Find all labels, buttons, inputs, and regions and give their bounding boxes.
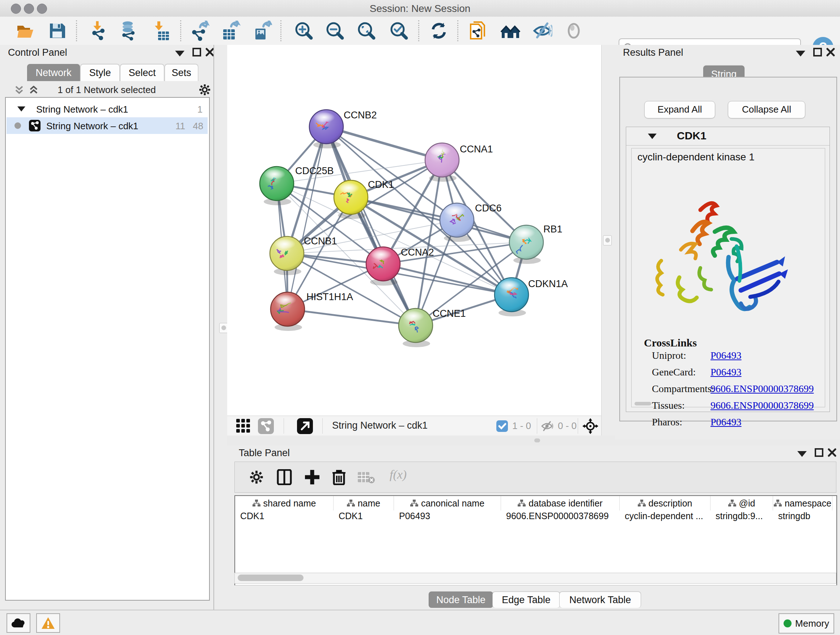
horizontal-splitter-handle[interactable] — [534, 439, 540, 442]
column-header-database-identifier[interactable]: database identifier — [501, 496, 620, 510]
column-header-namespace[interactable]: namespace — [773, 496, 832, 510]
open-session-icon[interactable] — [15, 21, 35, 41]
memory-button[interactable]: Memory — [778, 613, 834, 633]
float-panel-icon[interactable] — [797, 451, 807, 457]
gear-icon[interactable] — [249, 470, 264, 485]
expand-all-button[interactable]: Expand All — [644, 101, 715, 119]
node-RB1[interactable]: RB1 — [509, 224, 562, 264]
left-splitter[interactable] — [213, 45, 228, 610]
node-label-CDKN1A: CDKN1A — [528, 279, 568, 289]
maximize-panel-icon[interactable] — [815, 448, 823, 457]
delete-icon[interactable] — [332, 469, 346, 485]
toolbar-separator — [322, 418, 323, 434]
table-cell[interactable]: CDK1 — [235, 511, 333, 523]
close-panel-icon[interactable] — [828, 448, 836, 457]
hidden-eye-icon — [541, 420, 554, 432]
zoom-fit-content-icon[interactable] — [356, 21, 377, 41]
left-splitter-handle[interactable] — [219, 323, 228, 333]
network-canvas[interactable]: CCNB2CCNA1CDC25BCDK1CDC6RB1CCNB1CCNA2CDK… — [227, 45, 601, 416]
crosslink-link[interactable]: P06493 — [711, 416, 742, 428]
crosslinks-scrollbar[interactable] — [635, 402, 651, 405]
maximize-panel-icon[interactable] — [193, 48, 201, 57]
column-header--id[interactable]: @id — [711, 496, 773, 510]
node-CCNB1[interactable]: CCNB1 — [270, 236, 337, 275]
warnings-button[interactable] — [36, 613, 60, 633]
gear-icon[interactable] — [199, 84, 211, 96]
selected-checkbox-icon[interactable] — [496, 420, 508, 432]
column-header-description[interactable]: description — [620, 496, 711, 510]
import-network-from-database-icon[interactable] — [118, 21, 139, 41]
node-label-CCNE1: CCNE1 — [433, 308, 466, 319]
float-panel-icon[interactable] — [796, 51, 805, 57]
right-splitter-handle[interactable] — [603, 235, 612, 245]
export-network-icon[interactable] — [189, 21, 210, 41]
network-row-selected[interactable]: String Network – cdk1 11 48 — [6, 117, 208, 134]
crosslink-link[interactable]: 9606.ENSP00000378699 — [711, 383, 813, 394]
export-table-icon[interactable] — [220, 21, 240, 41]
show-columns-icon[interactable] — [276, 469, 292, 485]
table-cell[interactable]: stringdb — [773, 511, 832, 523]
first-neighbors-icon[interactable] — [500, 21, 521, 41]
import-network-from-file-icon[interactable] — [88, 21, 108, 41]
zoom-selected-icon[interactable] — [389, 21, 409, 41]
cloud-button[interactable] — [6, 613, 30, 633]
right-splitter[interactable] — [601, 45, 615, 445]
close-panel-icon[interactable] — [205, 48, 214, 57]
add-icon[interactable] — [304, 469, 320, 485]
tab-network-table[interactable]: Network Table — [559, 592, 641, 608]
application-window: Session: New Session — [0, 0, 840, 635]
fit-selected-crosshair-icon[interactable] — [583, 418, 598, 434]
tab-edge-table[interactable]: Edge Table — [493, 592, 560, 608]
table-cell[interactable]: CDK1 — [333, 511, 394, 523]
open-in-window-icon[interactable] — [297, 418, 313, 434]
node-CDC6[interactable]: CDC6 — [440, 203, 502, 242]
table-cell[interactable]: cyclin-dependent ... — [620, 511, 711, 523]
collapse-all-button[interactable]: Collapse All — [728, 101, 805, 119]
network-collection-row[interactable]: String Network – cdk1 1 — [6, 101, 208, 117]
node-CCNE1[interactable]: CCNE1 — [399, 308, 466, 347]
tab-style[interactable]: Style — [80, 64, 120, 81]
column-header-canonical-name[interactable]: canonical name — [394, 496, 501, 510]
export-image-icon[interactable] — [252, 21, 272, 41]
float-panel-icon[interactable] — [175, 51, 185, 57]
table-cell[interactable]: 9606.ENSP00000378699 — [501, 511, 620, 523]
hide-selected-icon[interactable] — [532, 21, 553, 41]
share-file-icon[interactable] — [468, 21, 488, 41]
tab-network[interactable]: Network — [27, 64, 80, 81]
node-CDK1[interactable]: CDK1 — [334, 179, 394, 219]
zoom-out-icon[interactable] — [325, 21, 345, 41]
network-graph[interactable]: CCNB2CCNA1CDC25BCDK1CDC6RB1CCNB1CCNA2CDK… — [227, 45, 601, 416]
zoom-in-icon[interactable] — [294, 21, 314, 41]
tab-select[interactable]: Select — [120, 64, 164, 81]
node-CDKN1A[interactable]: CDKN1A — [494, 278, 568, 317]
node-HIST1H1A[interactable]: HIST1H1A — [271, 291, 353, 331]
table-cell[interactable]: P06493 — [394, 511, 501, 523]
crosslink-link[interactable]: P06493 — [711, 350, 742, 361]
save-session-icon[interactable] — [47, 21, 67, 41]
tab-sets[interactable]: Sets — [164, 64, 198, 81]
table-cell[interactable]: stringdb:9... — [711, 511, 773, 523]
table-horizontal-scrollbar[interactable] — [234, 573, 836, 584]
function-builder-icon: f(x) — [390, 468, 407, 481]
gene-expanded-icon[interactable] — [648, 134, 657, 139]
collection-expanded-icon[interactable] — [17, 106, 25, 111]
edge-HIST1H1A-CCNB2[interactable] — [287, 127, 326, 309]
maximize-panel-icon[interactable] — [813, 48, 822, 57]
node-table[interactable]: shared namenamecanonical namedatabase id… — [234, 495, 837, 585]
tab-node-table[interactable]: Node Table — [429, 592, 493, 608]
refresh-layout-icon[interactable] — [429, 21, 449, 41]
column-header-shared-name[interactable]: shared name — [235, 496, 333, 510]
gene-header-row[interactable]: CDK1 — [626, 127, 829, 146]
close-panel-icon[interactable] — [826, 48, 835, 57]
network-overview-icon[interactable] — [258, 418, 274, 434]
show-all-icon[interactable] — [564, 21, 584, 41]
column-header-name[interactable]: name — [333, 496, 394, 510]
birdseye-view-icon[interactable] — [236, 419, 251, 433]
crosslink-link[interactable]: P06493 — [711, 366, 742, 378]
table-scrollbar-thumb[interactable] — [238, 575, 303, 581]
edge-HIST1H1A-CCNE1[interactable] — [287, 309, 416, 325]
crosslink-link[interactable]: 9606.ENSP00000378699 — [711, 400, 813, 411]
main-toolbar: ? — [0, 17, 840, 45]
import-table-from-file-icon[interactable] — [152, 21, 172, 41]
crosslink-label: Tissues: — [652, 400, 685, 411]
